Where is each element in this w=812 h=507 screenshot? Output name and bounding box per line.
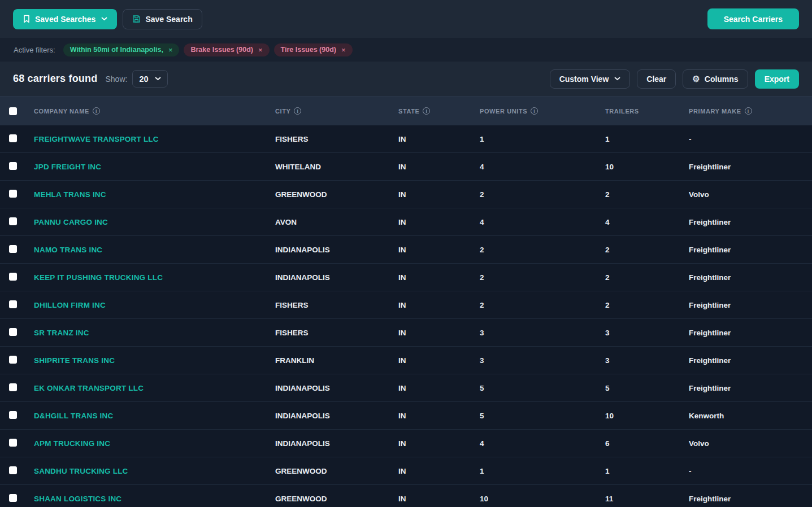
table-row: SANDHU TRUCKING LLC GREENWOOD IN 1 1 - xyxy=(0,457,812,485)
row-checkbox[interactable] xyxy=(9,328,17,336)
row-checkbox[interactable] xyxy=(9,217,17,225)
row-checkbox[interactable] xyxy=(9,300,17,308)
company-link[interactable]: JPD FREIGHT INC xyxy=(34,163,101,171)
power-units-cell: 2 xyxy=(480,273,605,282)
row-checkbox[interactable] xyxy=(9,383,17,391)
city-cell: GREENWOOD xyxy=(275,190,398,199)
clear-label: Clear xyxy=(646,75,666,84)
company-link[interactable]: PANNU CARGO INC xyxy=(34,218,108,226)
info-icon[interactable]: i xyxy=(423,107,430,115)
state-cell: IN xyxy=(398,218,480,226)
column-header-city: CITY i xyxy=(275,107,398,115)
row-checkbox[interactable] xyxy=(9,356,17,364)
company-link[interactable]: NAMO TRANS INC xyxy=(34,246,102,254)
clear-button[interactable]: Clear xyxy=(637,69,676,89)
company-link[interactable]: FREIGHTWAVE TRANSPORT LLC xyxy=(34,135,159,143)
custom-view-button[interactable]: Custom View xyxy=(550,69,631,89)
active-filters-bar: Active filters: Within 50mi of Indianapo… xyxy=(0,38,812,62)
primary-make-cell: Kenworth xyxy=(689,412,812,420)
primary-make-cell: Freightliner xyxy=(689,495,812,503)
row-checkbox[interactable] xyxy=(9,439,17,447)
info-icon[interactable]: i xyxy=(93,107,100,115)
table-row: SHIPRITE TRANS INC FRANKLIN IN 3 3 Freig… xyxy=(0,347,812,374)
city-cell: WHITELAND xyxy=(275,163,398,171)
company-link[interactable]: SHIPRITE TRANS INC xyxy=(34,356,115,365)
remove-filter-icon[interactable]: × xyxy=(258,46,263,54)
trailers-cell: 10 xyxy=(605,163,689,171)
column-header-power-units: POWER UNITS i xyxy=(480,107,605,115)
power-units-cell: 3 xyxy=(480,356,605,365)
filter-pill-label: Tire Issues (90d) xyxy=(281,46,336,54)
column-header-state: STATE i xyxy=(398,107,480,115)
table-row: EK ONKAR TRANSPORT LLC INDIANAPOLIS IN 5… xyxy=(0,374,812,402)
primary-make-cell: Freightliner xyxy=(689,329,812,337)
export-button[interactable]: Export xyxy=(755,69,799,89)
state-cell: IN xyxy=(398,412,480,420)
remove-filter-icon[interactable]: × xyxy=(168,46,173,54)
company-link[interactable]: SR TRANZ INC xyxy=(34,329,89,337)
state-cell: IN xyxy=(398,190,480,199)
trailers-cell: 11 xyxy=(605,495,689,503)
primary-make-cell: Volvo xyxy=(689,439,812,448)
results-count: 68 carriers found xyxy=(13,73,97,85)
row-checkbox[interactable] xyxy=(9,466,17,474)
row-checkbox[interactable] xyxy=(9,273,17,281)
row-checkbox[interactable] xyxy=(9,162,17,170)
company-link[interactable]: APM TRUCKING INC xyxy=(34,439,110,448)
row-checkbox[interactable] xyxy=(9,494,17,502)
remove-filter-icon[interactable]: × xyxy=(341,46,346,54)
company-link[interactable]: KEEP IT PUSHING TRUCKING LLC xyxy=(34,273,163,282)
power-units-cell: 2 xyxy=(480,246,605,254)
company-link[interactable]: D&HGILL TRANS INC xyxy=(34,412,113,420)
save-icon xyxy=(132,15,141,23)
info-icon[interactable]: i xyxy=(531,107,538,115)
column-header-trailers: TRAILERS xyxy=(605,108,689,115)
city-cell: GREENWOOD xyxy=(275,495,398,503)
filter-pill-label: Brake Issues (90d) xyxy=(190,46,253,54)
columns-label: Columns xyxy=(705,75,739,84)
power-units-cell: 2 xyxy=(480,190,605,199)
page-size-select[interactable]: 20 xyxy=(132,70,167,88)
row-checkbox[interactable] xyxy=(9,190,17,198)
primary-make-cell: Freightliner xyxy=(689,163,812,171)
city-cell: GREENWOOD xyxy=(275,467,398,475)
table-row: KEEP IT PUSHING TRUCKING LLC INDIANAPOLI… xyxy=(0,264,812,291)
state-cell: IN xyxy=(398,135,480,143)
save-search-button[interactable]: Save Search xyxy=(123,9,202,29)
power-units-cell: 4 xyxy=(480,439,605,448)
row-checkbox[interactable] xyxy=(9,411,17,419)
company-link[interactable]: SHAAN LOGISTICS INC xyxy=(34,495,121,503)
row-checkbox[interactable] xyxy=(9,245,17,253)
state-cell: IN xyxy=(398,356,480,365)
company-link[interactable]: DHILLON FIRM INC xyxy=(34,301,106,309)
saved-searches-button[interactable]: Saved Searches xyxy=(13,9,117,29)
search-carriers-label: Search Carriers xyxy=(724,15,783,24)
table-header: COMPANY NAME i CITY i STATE i POWER UNIT… xyxy=(0,96,812,125)
primary-make-cell: Freightliner xyxy=(689,301,812,309)
info-icon[interactable]: i xyxy=(294,107,301,115)
state-cell: IN xyxy=(398,301,480,309)
company-link[interactable]: SANDHU TRUCKING LLC xyxy=(34,467,128,475)
show-label: Show: xyxy=(105,75,127,84)
filter-pill-label: Within 50mi of Indianapolis, xyxy=(70,46,163,54)
city-cell: FISHERS xyxy=(275,301,398,309)
row-checkbox[interactable] xyxy=(9,134,17,142)
search-carriers-button[interactable]: Search Carriers xyxy=(707,8,799,29)
select-all-checkbox[interactable] xyxy=(9,107,17,115)
table-row: SR TRANZ INC FISHERS IN 3 3 Freightliner xyxy=(0,319,812,347)
table-row: SHAAN LOGISTICS INC GREENWOOD IN 10 11 F… xyxy=(0,485,812,507)
toolbar-actions: Custom View Clear ⚙ Columns Export xyxy=(550,69,799,89)
power-units-cell: 4 xyxy=(480,218,605,226)
trailers-cell: 1 xyxy=(605,135,689,143)
city-cell: FRANKLIN xyxy=(275,356,398,365)
trailers-cell: 4 xyxy=(605,218,689,226)
primary-make-cell: Freightliner xyxy=(689,218,812,226)
company-link[interactable]: EK ONKAR TRANSPORT LLC xyxy=(34,384,144,392)
company-link[interactable]: MEHLA TRANS INC xyxy=(34,190,106,199)
table-row: NAMO TRANS INC INDIANAPOLIS IN 2 2 Freig… xyxy=(0,236,812,264)
columns-button[interactable]: ⚙ Columns xyxy=(683,69,748,89)
info-icon[interactable]: i xyxy=(745,107,752,115)
table-row: D&HGILL TRANS INC INDIANAPOLIS IN 5 10 K… xyxy=(0,402,812,430)
state-cell: IN xyxy=(398,329,480,337)
chevron-down-icon xyxy=(614,77,620,81)
